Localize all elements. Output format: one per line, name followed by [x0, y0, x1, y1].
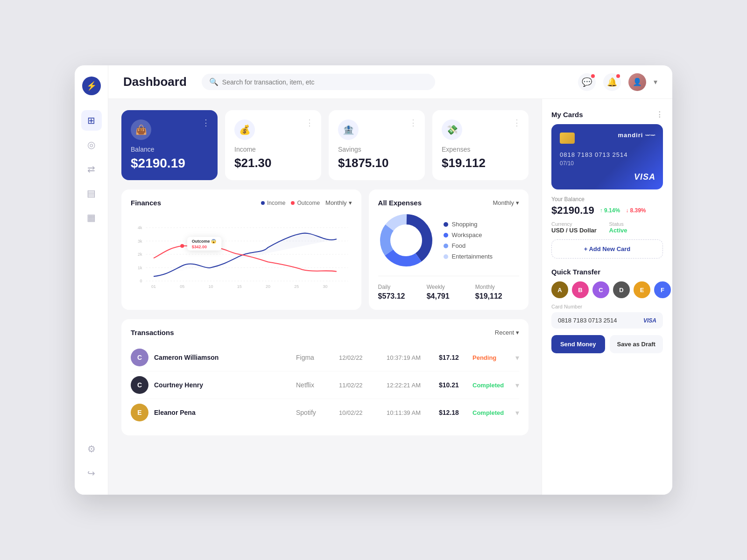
- transfer-avatar-3[interactable]: D: [613, 281, 630, 298]
- svg-text:10: 10: [208, 284, 213, 289]
- logo-icon: ⚡: [86, 81, 97, 91]
- notifications-button[interactable]: 🔔: [603, 73, 621, 91]
- messages-button[interactable]: 💬: [578, 73, 596, 91]
- balance-value: $2190.19: [131, 156, 208, 171]
- currency-status: Currency USD / US Dollar Status Active: [551, 221, 663, 234]
- user-avatar[interactable]: 👤: [628, 73, 646, 91]
- user-dropdown-icon[interactable]: ▾: [654, 77, 657, 86]
- tx-chevron-1[interactable]: ▾: [515, 381, 519, 390]
- logout-icon: ↪: [87, 468, 95, 479]
- sidebar-item-settings[interactable]: ⚙: [81, 439, 102, 459]
- income-card-menu[interactable]: ⋮: [305, 118, 314, 128]
- transactions-card: Transactions Recent ▾ C Cameron Williams…: [121, 319, 529, 435]
- line-chart-svg: 4k 3k 2k 1k 0 01 05 10 15 20: [131, 212, 352, 296]
- tx-chevron-2[interactable]: ▾: [515, 408, 519, 417]
- tx-name-0: Cameron Williamson: [154, 354, 290, 361]
- savings-value: $1875.10: [338, 156, 416, 170]
- transactions-header: Transactions Recent ▾: [131, 329, 519, 336]
- status-label: Status: [609, 221, 663, 227]
- expenses-filter-chevron: ▾: [516, 199, 519, 206]
- card-bank: mandiri 〰〰: [618, 132, 655, 139]
- quick-transfer-section: Quick Transfer A B C D: [551, 268, 663, 353]
- transfer-avatar-2[interactable]: C: [592, 281, 609, 298]
- workspace-dot: [444, 233, 448, 238]
- transfer-avatar-1[interactable]: B: [572, 281, 589, 298]
- donut-legend: Shopping Workspace Food: [444, 221, 493, 260]
- tx-amount-1: $10.21: [439, 381, 467, 389]
- expenses-filter-label: Monthly: [493, 199, 514, 206]
- daily-label: Daily: [378, 284, 422, 290]
- expenses-card: ⋮ 💸 Expenses $19.112: [432, 110, 529, 180]
- transfer-avatar-5[interactable]: F: [654, 281, 671, 298]
- balance-card-menu[interactable]: ⋮: [202, 118, 210, 128]
- expenses-card-menu[interactable]: ⋮: [513, 118, 521, 128]
- finances-chart: Finances Income Outcome: [121, 189, 361, 310]
- card-number-brand: VISA: [643, 317, 656, 324]
- sidebar-item-documents[interactable]: ▤: [81, 183, 102, 203]
- transfer-avatar-4[interactable]: E: [634, 281, 650, 298]
- currency-block: Currency USD / US Dollar: [551, 221, 606, 234]
- sidebar-item-logout[interactable]: ↪: [81, 463, 102, 483]
- finances-filter-label: Monthly: [325, 199, 347, 206]
- tooltip-value: $342.00: [192, 245, 207, 249]
- food-label: Food: [452, 242, 466, 249]
- bank-waves: 〰〰: [645, 133, 655, 138]
- tx-chevron-0[interactable]: ▾: [515, 353, 519, 362]
- income-value: $21.30: [234, 156, 312, 170]
- sidebar-item-wallet[interactable]: ◎: [81, 134, 102, 155]
- tx-date-2: 10/02/22: [339, 409, 381, 416]
- app-logo[interactable]: ⚡: [82, 77, 101, 95]
- sidebar-nav: ⊞ ◎ ⇄ ▤ ▦: [81, 110, 102, 439]
- tx-name-2: Eleanor Pena: [154, 409, 290, 416]
- header: Dashboard 🔍 💬 🔔 👤 ▾: [108, 65, 672, 99]
- income-icon: 💰: [234, 119, 255, 140]
- message-badge: [591, 74, 595, 78]
- save-draft-button[interactable]: Save as Draft: [610, 335, 663, 353]
- tx-status-1: Completed: [472, 382, 510, 389]
- analytics-icon: ▦: [87, 212, 96, 223]
- tooltip-dot: [180, 244, 184, 248]
- monthly-value: $19,112: [475, 292, 519, 301]
- sidebar-item-dashboard[interactable]: ⊞: [81, 110, 102, 131]
- expenses-filter[interactable]: Monthly ▾: [493, 199, 519, 206]
- tx-avatar-inner-0: C: [131, 349, 148, 366]
- svg-text:1k: 1k: [138, 266, 142, 270]
- search-bar[interactable]: 🔍: [202, 74, 435, 90]
- finances-filter[interactable]: Monthly ▾: [325, 199, 352, 206]
- daily-stat: Daily $573.12: [378, 284, 422, 301]
- dashboard-icon: ⊞: [87, 115, 95, 126]
- finances-chart-legend: Income Outcome Monthly ▾: [261, 199, 352, 206]
- tx-status-0: Pending: [472, 354, 510, 361]
- status-block: Status Active: [609, 221, 663, 234]
- bell-icon: 🔔: [607, 77, 617, 87]
- transactions-filter-chevron: ▾: [516, 329, 519, 336]
- tx-avatar-inner-2: E: [131, 404, 148, 421]
- transfer-avatar-0[interactable]: A: [551, 281, 568, 298]
- your-balance-label: Your Balance: [551, 196, 663, 203]
- notification-badge: [616, 74, 620, 78]
- entertainments-dot: [444, 254, 448, 259]
- send-money-button[interactable]: Send Money: [551, 335, 605, 353]
- message-icon: 💬: [582, 77, 592, 87]
- savings-label: Savings: [338, 146, 416, 153]
- card-number-display: 0818 7183 0713 2514: [560, 151, 655, 158]
- entertainments-label: Entertainments: [452, 253, 493, 260]
- svg-text:3k: 3k: [138, 239, 142, 244]
- transactions-filter[interactable]: Recent ▾: [495, 329, 519, 336]
- my-cards-section: My Cards ⋮ mandiri 〰〰 0818 7183 0713 251…: [551, 110, 663, 259]
- sidebar-item-analytics[interactable]: ▦: [81, 207, 102, 228]
- savings-card-menu[interactable]: ⋮: [409, 118, 417, 128]
- card-number-input[interactable]: 0818 7183 0713 2514 VISA: [551, 312, 663, 329]
- charts-row: Finances Income Outcome: [121, 189, 529, 310]
- finances-chart-title: Finances: [131, 199, 161, 207]
- add-card-button[interactable]: + Add New Card: [551, 239, 663, 259]
- action-buttons: Send Money Save as Draft: [551, 335, 663, 353]
- table-row: C Courtney Henry Netflix 11/02/22 12:22:…: [131, 371, 519, 399]
- status-value: Active: [609, 227, 663, 234]
- search-input[interactable]: [222, 78, 428, 86]
- main-area: Dashboard 🔍 💬 🔔 👤 ▾: [108, 65, 672, 495]
- expenses-chart-header: All Expenses Monthly ▾: [378, 199, 519, 207]
- my-cards-menu[interactable]: ⋮: [656, 110, 663, 119]
- settings-icon: ⚙: [87, 443, 96, 455]
- sidebar-item-transfer[interactable]: ⇄: [81, 159, 102, 179]
